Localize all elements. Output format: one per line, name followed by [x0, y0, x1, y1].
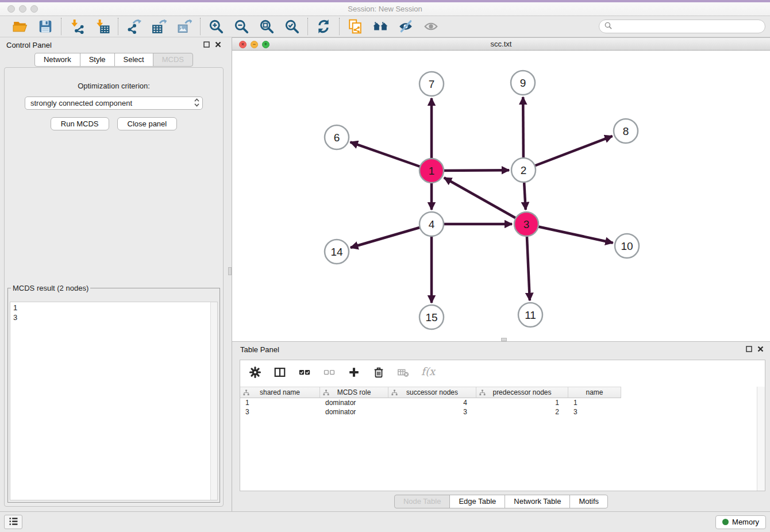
- export-table-button[interactable]: [151, 18, 167, 34]
- graph-node-14[interactable]: 14: [325, 240, 349, 264]
- column-header-predecessor-nodes[interactable]: predecessor nodes: [476, 387, 568, 398]
- zoom-in-button[interactable]: [208, 18, 224, 34]
- tab-mcds[interactable]: MCDS: [153, 53, 193, 67]
- edge-2-8[interactable]: [523, 136, 613, 170]
- table-body: 1dominator4113dominator323: [240, 398, 757, 417]
- table-cell[interactable]: dominator: [320, 407, 388, 417]
- splitter-handle[interactable]: [228, 267, 232, 275]
- select-all-button[interactable]: [298, 365, 311, 379]
- import-network-button[interactable]: [69, 18, 85, 34]
- memory-button[interactable]: Memory: [715, 515, 766, 529]
- tab-select[interactable]: Select: [114, 53, 153, 67]
- edge-3-10[interactable]: [526, 224, 613, 243]
- column-header-MCDS-role[interactable]: MCDS role: [320, 387, 388, 398]
- table-cell[interactable]: 1: [476, 398, 568, 407]
- edge-3-1[interactable]: [444, 178, 526, 224]
- table-cell[interactable]: 2: [476, 407, 568, 417]
- graph-node-10[interactable]: 10: [615, 234, 639, 258]
- node-label: 1: [429, 165, 435, 177]
- save-session-button[interactable]: [37, 18, 53, 34]
- import-table-button[interactable]: [94, 18, 110, 34]
- export-image-button[interactable]: [176, 18, 192, 34]
- tab-motifs[interactable]: Motifs: [569, 495, 608, 508]
- close-window-button[interactable]: [7, 5, 15, 13]
- search-field[interactable]: [599, 20, 765, 33]
- import-network-icon: [70, 19, 84, 34]
- table-cell[interactable]: 3: [568, 407, 621, 417]
- minimize-window-button[interactable]: [19, 5, 26, 13]
- panel-splitter[interactable]: [228, 37, 232, 511]
- deselect-all-button[interactable]: [322, 365, 336, 379]
- graph-node-9[interactable]: 9: [511, 71, 535, 95]
- result-scrollbar[interactable]: [210, 302, 217, 500]
- control-panel: Control Panel NetworkStyleSelectMCDS Opt…: [0, 37, 228, 511]
- search-input[interactable]: [615, 22, 760, 32]
- network-graph[interactable]: 1234678910111415: [232, 51, 769, 341]
- graph-node-2[interactable]: 2: [511, 158, 536, 182]
- table-row[interactable]: 3dominator323: [240, 407, 757, 417]
- edge-1-6[interactable]: [351, 142, 432, 171]
- delete-table-button[interactable]: [396, 365, 410, 379]
- table-scrollbar[interactable]: [757, 387, 765, 491]
- network-maximize-button[interactable]: +: [262, 41, 270, 48]
- hide-selected-button[interactable]: [398, 18, 414, 34]
- close-panel-button[interactable]: [215, 41, 221, 49]
- delete-selection-button[interactable]: [372, 365, 386, 379]
- network-minimize-button[interactable]: −: [251, 41, 258, 48]
- tab-network-table[interactable]: Network Table: [505, 495, 570, 508]
- table-toolbar: f(x): [240, 360, 765, 384]
- table-cell[interactable]: 1: [568, 398, 621, 407]
- table-cell[interactable]: 4: [388, 398, 476, 407]
- task-history-button[interactable]: [4, 515, 22, 529]
- tab-edge-table[interactable]: Edge Table: [449, 495, 505, 508]
- table-row[interactable]: 1dominator411: [240, 398, 757, 407]
- tab-node-table[interactable]: Node Table: [394, 495, 451, 508]
- refresh-layout-icon: [316, 19, 331, 34]
- graph-node-15[interactable]: 15: [419, 305, 444, 329]
- zoom-out-button[interactable]: [233, 18, 249, 34]
- float-panel-button[interactable]: [203, 41, 210, 49]
- open-file-button[interactable]: [12, 18, 28, 34]
- table-cell[interactable]: 3: [240, 407, 320, 417]
- add-column-button[interactable]: [347, 365, 361, 379]
- graph-node-8[interactable]: 8: [614, 119, 638, 143]
- graph-node-1[interactable]: 1: [419, 159, 444, 183]
- table-settings-button[interactable]: [248, 365, 262, 379]
- table-cell[interactable]: 1: [240, 398, 320, 407]
- table-panel-header: Table Panel: [232, 342, 770, 357]
- criterion-select[interactable]: strongly connected component: [25, 97, 203, 110]
- close-panel-button-2[interactable]: Close panel: [117, 117, 178, 130]
- graph-node-3[interactable]: 3: [514, 212, 538, 236]
- close-table-panel-button[interactable]: [757, 345, 764, 354]
- tab-network[interactable]: Network: [34, 53, 80, 67]
- column-header-shared-name[interactable]: shared name: [240, 387, 320, 398]
- table-panel: Table Panel f(x) shared nameMCDS rolesuc…: [232, 341, 770, 511]
- column-header-name[interactable]: name: [568, 387, 621, 398]
- window-traffic-lights: [7, 5, 38, 13]
- function-builder-button[interactable]: f(x): [421, 365, 435, 379]
- graph-node-7[interactable]: 7: [419, 72, 444, 96]
- clone-network-button[interactable]: [347, 18, 363, 34]
- graph-node-4[interactable]: 4: [419, 212, 444, 236]
- first-neighbors-button[interactable]: [372, 18, 388, 34]
- graph-node-11[interactable]: 11: [518, 303, 542, 327]
- column-header-successor-nodes[interactable]: successor nodes: [388, 387, 476, 398]
- table-cell[interactable]: dominator: [320, 398, 388, 407]
- run-mcds-button[interactable]: Run MCDS: [51, 117, 109, 130]
- export-network-button[interactable]: [126, 18, 142, 34]
- network-close-button[interactable]: ×: [239, 41, 247, 48]
- split-panel-button[interactable]: [273, 365, 287, 379]
- network-canvas[interactable]: 1234678910111415: [232, 51, 770, 341]
- table-cell[interactable]: 3: [388, 407, 476, 417]
- window-title: Session: New Session: [348, 5, 422, 13]
- refresh-layout-button[interactable]: [315, 18, 332, 34]
- float-table-panel-button[interactable]: [746, 345, 752, 354]
- mcds-result-area[interactable]: 1 3: [10, 302, 218, 500]
- tab-style[interactable]: Style: [80, 53, 115, 67]
- graph-node-6[interactable]: 6: [325, 125, 349, 149]
- zoom-fit-button[interactable]: [259, 18, 275, 34]
- memory-label: Memory: [732, 518, 759, 526]
- show-all-button[interactable]: [423, 18, 439, 34]
- zoom-selected-button[interactable]: [284, 18, 300, 34]
- zoom-window-button[interactable]: [30, 5, 38, 13]
